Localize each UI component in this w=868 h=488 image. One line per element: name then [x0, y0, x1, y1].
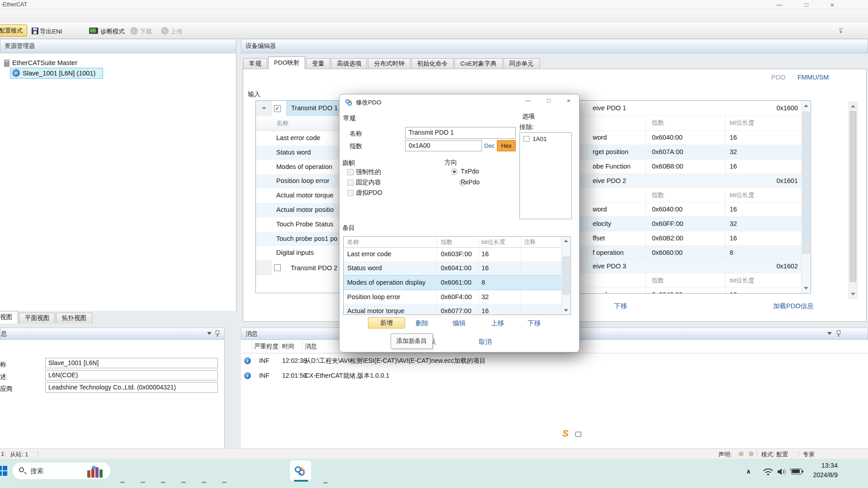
- pdo-index-input[interactable]: 0x1A00: [405, 140, 482, 151]
- entry-row-selected[interactable]: Modes of operation display0x6061:008: [344, 275, 571, 290]
- config-mode-button[interactable]: 配置模式: [0, 24, 27, 37]
- expander-icon[interactable]: [256, 101, 272, 116]
- tree-item-master[interactable]: EtherCATSuite Master: [12, 59, 77, 66]
- entry-row[interactable]: Last error code0x603F:0016: [344, 248, 571, 261]
- dialog-minimize-icon[interactable]: —: [521, 97, 535, 105]
- entries-scrollbar[interactable]: [561, 237, 571, 314]
- active-app-tile[interactable]: [290, 460, 311, 481]
- entry-row[interactable]: Position loop error0x60F4:0032: [344, 290, 571, 304]
- rx-row[interactable]: word0x6040:0016: [568, 288, 802, 293]
- move-up-button[interactable]: 上移: [491, 319, 504, 328]
- message-row[interactable]: i INF 12:02:38 从D:\工程夹\AVI检测\ESI(E-CAT)\…: [241, 353, 868, 368]
- editor-scrollbar[interactable]: [849, 102, 858, 299]
- status-slaves: 从站: 1: [10, 450, 28, 459]
- ime-keyboard-icon[interactable]: [575, 432, 581, 437]
- tx-pdo2-checkbox[interactable]: [274, 264, 281, 271]
- info-pin-icon[interactable]: [216, 330, 219, 334]
- info-vendor-field[interactable]: Leadshine Technology Co.,Ltd. (0x0000432…: [45, 382, 218, 393]
- virtual-pdo-checkbox[interactable]: [347, 190, 354, 196]
- pdo-toggle-link[interactable]: PDO: [771, 74, 785, 81]
- rx-row[interactable]: rget position0x607A:0032: [568, 145, 802, 160]
- mandatory-checkbox[interactable]: [347, 169, 354, 175]
- tx-pdo1-checkbox[interactable]: ✓: [274, 105, 281, 112]
- restore-icon[interactable]: □: [800, 1, 813, 9]
- toolbar-overflow-icon[interactable]: ∨: [839, 28, 843, 34]
- entries-col-name[interactable]: 名称: [344, 237, 436, 247]
- minimize-icon[interactable]: —: [773, 1, 786, 9]
- rx-row[interactable]: word0x6040:0016: [568, 131, 802, 145]
- tab-dc[interactable]: 分布式时钟: [368, 58, 410, 69]
- rx-row[interactable]: f operation0x6060:008: [568, 246, 802, 260]
- close-icon[interactable]: ×: [826, 1, 839, 9]
- edit-entry-button[interactable]: 编辑: [453, 319, 466, 328]
- entry-row[interactable]: Status word0x6041:0016: [344, 261, 571, 275]
- message-time: 12:02:38: [282, 357, 307, 364]
- pdo-name-input[interactable]: Transmit PDO 1: [405, 127, 516, 139]
- col-time[interactable]: 时间: [282, 343, 294, 351]
- tab-coe-dictionary[interactable]: CoE对象字典: [454, 58, 502, 69]
- export-eni-button[interactable]: 导出ENI: [40, 28, 62, 36]
- rx-pdo3-row[interactable]: eive PDO 3 0x1602: [568, 260, 802, 273]
- tab-topology-view[interactable]: 拓扑视图: [56, 313, 92, 324]
- txpdo-radio[interactable]: [451, 169, 458, 175]
- cancel-button[interactable]: 取消: [479, 338, 492, 346]
- rx-table-scrollbar[interactable]: [801, 101, 811, 293]
- ime-logo-icon[interactable]: S: [562, 428, 568, 439]
- messages-collapse-icon[interactable]: [827, 332, 832, 335]
- entries-col-index[interactable]: 指数: [436, 237, 478, 247]
- col-severity[interactable]: 严重程度: [254, 343, 278, 351]
- load-pdo-info-link[interactable]: 加载PDO信息: [773, 302, 813, 310]
- pdo-move-down-link[interactable]: 下移: [614, 302, 627, 310]
- exclude-listbox[interactable]: 1A01: [519, 132, 572, 219]
- col-message[interactable]: 消息: [305, 343, 317, 351]
- entries-col-bits[interactable]: bit位长度: [478, 237, 521, 247]
- entry-row[interactable]: Actual motor torque0x6077:0016: [344, 304, 571, 315]
- fmmu-sm-toggle-link[interactable]: FMMU/SM: [797, 74, 829, 81]
- tab-sync-units[interactable]: 同步单元: [504, 58, 540, 69]
- rx-row[interactable]: obe Function0x60B8:0016: [568, 160, 802, 174]
- fixed-content-label: 固定内容: [356, 178, 381, 187]
- add-entry-button[interactable]: 新增: [368, 317, 405, 328]
- rx-row[interactable]: word0x6040:0016: [568, 202, 802, 217]
- dialog-close-icon[interactable]: ×: [562, 97, 576, 105]
- tab-view[interactable]: 视图: [0, 311, 18, 324]
- dec-toggle-link[interactable]: Dec: [484, 142, 495, 149]
- messages-pin-icon[interactable]: [837, 330, 840, 334]
- diagnosis-mode-button[interactable]: 诊断模式: [100, 28, 125, 36]
- tab-advanced[interactable]: 高级选项: [331, 58, 367, 69]
- info-name-field[interactable]: Slave_1001 [L6N]: [45, 358, 218, 368]
- tray-time[interactable]: 13:34: [808, 462, 838, 469]
- rx-row[interactable]: ffset0x60B2:0016: [568, 231, 802, 246]
- dialog-restore-icon[interactable]: □: [542, 97, 556, 105]
- info-desc-field[interactable]: L6N(COE): [45, 370, 218, 380]
- info-collapse-icon[interactable]: [207, 332, 212, 335]
- taskbar-search-box[interactable]: 搜索: [12, 462, 111, 480]
- download-button[interactable]: 下载: [140, 28, 152, 36]
- exclude-label: 排除:: [519, 123, 534, 131]
- tab-plane-view[interactable]: 平面视图: [19, 313, 55, 324]
- exclude-1a01-checkbox[interactable]: [524, 136, 529, 142]
- tray-chevron-icon[interactable]: ∧: [746, 468, 751, 475]
- speaker-icon[interactable]: [777, 468, 788, 476]
- rx-pdo1-row[interactable]: eive PDO 1 0x1600: [568, 101, 802, 116]
- rx-pdo2-row[interactable]: eive PDO 2 0x1601: [568, 174, 802, 188]
- tab-pdo-mapping[interactable]: PDO映射: [268, 56, 305, 69]
- hex-toggle-button[interactable]: Hex: [497, 140, 516, 151]
- rx-row[interactable]: elocity0x60FF:0032: [568, 217, 802, 231]
- master-device-icon: [4, 60, 9, 67]
- tab-general[interactable]: 常规: [243, 58, 267, 69]
- move-down-button[interactable]: 下移: [528, 319, 541, 328]
- fixed-content-checkbox[interactable]: [347, 179, 354, 186]
- tray-date[interactable]: 2024/8/9: [799, 471, 838, 479]
- wifi-icon[interactable]: [763, 468, 773, 476]
- start-button-icon[interactable]: [0, 466, 7, 476]
- tab-init-commands[interactable]: 初始化命令: [411, 58, 454, 69]
- tx-pdo2-label[interactable]: Transmit PDO 2: [286, 264, 337, 272]
- tab-variables[interactable]: 变量: [306, 58, 330, 69]
- message-row[interactable]: i INF 12:01:50 CX-EtherCAT就绪,版本1.0.0.1: [241, 368, 868, 383]
- delete-entry-button[interactable]: 删除: [415, 319, 429, 328]
- upload-button[interactable]: 上传: [170, 28, 183, 36]
- rx-bits-header[interactable]: bit位长度: [725, 116, 802, 130]
- tree-item-slave[interactable]: ⇄ Slave_1001 [L6N] (1001): [10, 68, 103, 79]
- rx-index-header[interactable]: 指数: [646, 116, 725, 130]
